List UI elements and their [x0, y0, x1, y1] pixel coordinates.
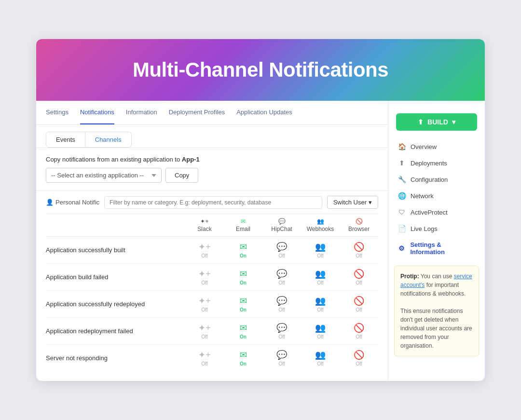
- webhooks-icon: 👥: [315, 269, 326, 279]
- hipchat-label: Off: [278, 307, 285, 312]
- sidebar-item-live-logs[interactable]: 📄 Live Logs: [390, 220, 483, 237]
- sidebar-item-configuration[interactable]: 🔧 Configuration: [390, 171, 483, 188]
- email-toggle[interactable]: ✉ On: [224, 242, 262, 258]
- sidebar-item-settings--information[interactable]: ⚙ Settings & Information: [390, 237, 483, 260]
- slack-label: Off: [201, 253, 207, 258]
- hipchat-toggle[interactable]: 💬 Off: [262, 323, 301, 339]
- email-toggle[interactable]: ✉ On: [224, 296, 262, 312]
- email-label: On: [240, 334, 247, 339]
- webhooks-toggle[interactable]: 👥 Off: [301, 323, 340, 339]
- sidebar-item-activeprotect[interactable]: 🛡 ActiveProtect: [390, 204, 483, 220]
- nav-information[interactable]: Information: [126, 101, 157, 124]
- email-toggle[interactable]: ✉ On: [224, 269, 262, 285]
- slack-label: Off: [201, 361, 207, 366]
- slack-label: Off: [201, 334, 207, 339]
- switch-user-button[interactable]: Switch User ▾: [327, 196, 378, 209]
- browser-toggle[interactable]: 🚫 Off: [340, 269, 378, 285]
- slack-toggle[interactable]: ✦+ Off: [185, 296, 224, 312]
- col-webhooks: 👥 Webhooks: [301, 218, 340, 232]
- main-layout: Settings Notifications Information Deplo…: [36, 101, 485, 381]
- sidebar-nav-label: Settings & Information: [410, 241, 475, 256]
- slack-toggle[interactable]: ✦+ Off: [185, 269, 224, 285]
- copy-section: Copy notifications from an existing appl…: [36, 148, 388, 191]
- webhooks-label: Off: [317, 280, 323, 285]
- email-icon: ✉: [240, 242, 247, 252]
- event-name: Application successfully built: [46, 246, 185, 254]
- browser-toggle[interactable]: 🚫 Off: [340, 296, 378, 312]
- webhooks-toggle[interactable]: 👥 Off: [301, 242, 340, 258]
- sidebar-item-deployments[interactable]: ⬆ Deployments: [390, 155, 483, 171]
- browser-label: Off: [356, 280, 362, 285]
- email-icon: ✉: [240, 323, 247, 333]
- email-toggle[interactable]: ✉ On: [224, 350, 262, 366]
- col-browser: 🚫 Browser: [340, 218, 378, 232]
- col-email: ✉ Email: [224, 218, 262, 232]
- browser-label: Off: [356, 307, 362, 312]
- browser-toggle[interactable]: 🚫 Off: [340, 323, 378, 339]
- browser-icon: 🚫: [354, 350, 364, 360]
- nav-application-updates[interactable]: Application Updates: [236, 101, 292, 124]
- sidebar-nav-icon: 🛡: [398, 208, 406, 216]
- slack-toggle[interactable]: ✦+ Off: [185, 242, 224, 258]
- slack-icon: ✦+: [198, 350, 211, 360]
- browser-header-icon: 🚫: [356, 218, 363, 225]
- nav-settings[interactable]: Settings: [46, 101, 69, 124]
- hipchat-icon: 💬: [276, 296, 287, 306]
- copy-button[interactable]: Copy: [165, 168, 198, 183]
- sidebar-nav-label: Configuration: [411, 176, 448, 183]
- sidebar-nav-label: Network: [411, 192, 434, 200]
- slack-toggle[interactable]: ✦+ Off: [185, 350, 224, 366]
- tab-row: Events Channels: [36, 125, 388, 148]
- webhooks-toggle[interactable]: 👥 Off: [301, 350, 340, 366]
- col-slack: ✦+ Slack: [185, 218, 224, 232]
- sidebar-nav-icon: 🏠: [398, 143, 406, 150]
- email-label: On: [240, 253, 247, 258]
- slack-toggle[interactable]: ✦+ Off: [185, 323, 224, 339]
- channel-headers: ✦+ Slack ✉ Email 💬 HipChat: [46, 214, 378, 237]
- sidebar-nav-label: ActiveProtect: [411, 209, 448, 216]
- webhooks-label: Off: [317, 361, 323, 366]
- hipchat-toggle[interactable]: 💬 Off: [262, 296, 301, 312]
- build-chevron-icon: ▾: [452, 118, 455, 126]
- table-row: Server not responding ✦+ Off ✉ On 💬 Off …: [46, 345, 378, 371]
- slack-icon: ✦+: [198, 242, 211, 252]
- browser-toggle[interactable]: 🚫 Off: [340, 242, 378, 258]
- hipchat-icon: 💬: [276, 269, 287, 279]
- select-existing-dropdown[interactable]: -- Select an existing application --: [46, 168, 162, 183]
- nav-deployment-profiles[interactable]: Deployment Profiles: [169, 101, 225, 124]
- content-area: Settings Notifications Information Deplo…: [36, 101, 388, 381]
- webhooks-label: Off: [317, 307, 323, 312]
- webhooks-toggle[interactable]: 👥 Off: [301, 269, 340, 285]
- events-list: Application successfully built ✦+ Off ✉ …: [46, 237, 378, 371]
- slack-header-icon: ✦+: [200, 218, 208, 225]
- hipchat-header-icon: 💬: [278, 218, 286, 225]
- browser-toggle[interactable]: 🚫 Off: [340, 350, 378, 366]
- notif-header: 👤 Personal Notific Switch User ▾: [46, 191, 378, 214]
- hipchat-toggle[interactable]: 💬 Off: [262, 242, 301, 258]
- email-label: On: [240, 361, 247, 366]
- search-filter-input[interactable]: [104, 196, 322, 209]
- event-name: Server not responding: [46, 354, 185, 362]
- email-label: On: [240, 280, 247, 285]
- sidebar-item-overview[interactable]: 🏠 Overview: [390, 138, 483, 155]
- email-icon: ✉: [240, 350, 247, 360]
- webhooks-icon: 👥: [315, 242, 326, 252]
- hipchat-icon: 💬: [276, 242, 287, 252]
- webhooks-label: Off: [317, 253, 323, 258]
- table-row: Application redeployment failed ✦+ Off ✉…: [46, 318, 378, 345]
- table-row: Application successfully built ✦+ Off ✉ …: [46, 237, 378, 264]
- build-button[interactable]: ⬆ BUILD ▾: [396, 113, 477, 131]
- webhooks-icon: 👥: [315, 296, 326, 306]
- hipchat-toggle[interactable]: 💬 Off: [262, 269, 301, 285]
- sidebar-item-network[interactable]: 🌐 Network: [390, 188, 483, 204]
- tab-events[interactable]: Events: [46, 132, 85, 148]
- webhooks-toggle[interactable]: 👥 Off: [301, 296, 340, 312]
- browser-icon: 🚫: [354, 296, 364, 306]
- sidebar-nav: 🏠 Overview ⬆ Deployments 🔧 Configuration…: [388, 138, 485, 260]
- sidebar-nav-label: Live Logs: [411, 225, 438, 232]
- tab-channels[interactable]: Channels: [85, 132, 132, 148]
- table-row: Application build failed ✦+ Off ✉ On 💬 O…: [46, 264, 378, 291]
- nav-notifications[interactable]: Notifications: [80, 101, 114, 124]
- email-toggle[interactable]: ✉ On: [224, 323, 262, 339]
- hipchat-toggle[interactable]: 💬 Off: [262, 350, 301, 366]
